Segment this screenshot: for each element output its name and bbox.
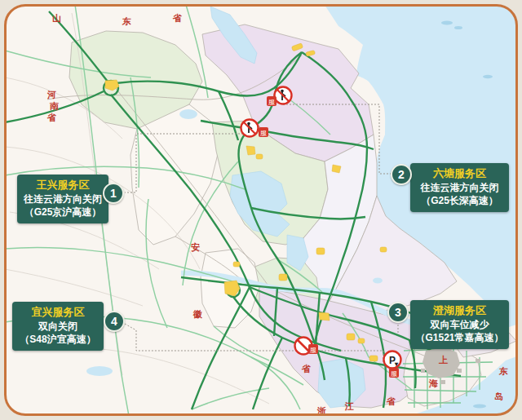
svg-text:服: 服 (268, 99, 275, 106)
parking-reduced-icon: P ▾ (384, 351, 401, 369)
callout-status: 往连云港方向关闭 (414, 181, 506, 194)
closure-icon-wangxing (241, 120, 259, 137)
badge-number: 1 (110, 187, 117, 200)
callout-badge-2: 2 (391, 164, 412, 185)
callout-badge-4: 4 (104, 311, 125, 332)
svg-text:服: 服 (260, 130, 267, 137)
callout-road: （G1521常嘉高速） (414, 331, 506, 344)
service-area-marker: 服 (267, 96, 276, 106)
callout-status: 双向车位减少 (414, 318, 506, 331)
callout-wangxing-service-area: 王兴服务区 往连云港方向关闭 （G25京沪高速） (17, 175, 108, 223)
province-label: 安 (191, 242, 200, 252)
callout-road: （S48沪宜高速） (15, 333, 100, 346)
province-label: 省 (172, 13, 182, 23)
callout-road: （G25京沪高速） (20, 206, 105, 219)
sea-label: 东 (498, 366, 508, 376)
callout-liutang-service-area: 六塘服务区 往连云港方向关闭 （G25长深高速） (410, 163, 509, 212)
callout-title: 王兴服务区 (20, 179, 105, 192)
callout-yixing-service-area: 宜兴服务区 双向关闭 （S48沪宜高速） (12, 302, 104, 351)
callout-title: 宜兴服务区 (15, 306, 100, 320)
city-label: 海 (428, 378, 438, 388)
province-label: 南 (49, 101, 59, 111)
callout-status: 双向关闭 (15, 320, 100, 333)
badge-number: 3 (395, 306, 401, 319)
svg-text:服: 服 (310, 347, 316, 354)
badge-number: 2 (398, 168, 405, 181)
traffic-map-page: P ▾ 服 服 服 服 (0, 0, 522, 420)
callout-title: 澄湖服务区 (414, 304, 506, 318)
callout-status: 往连云港方向关闭 (20, 192, 105, 206)
province-label: 河 (46, 90, 56, 99)
callout-road: （G25长深高速） (414, 194, 506, 207)
callout-badge-3: 3 (387, 302, 409, 323)
province-label: 浙 (316, 406, 326, 416)
service-area-marker: 服 (308, 344, 318, 354)
province-label: 省 (386, 396, 396, 406)
province-label: 山 (52, 13, 61, 23)
service-area-marker: 服 (259, 127, 268, 137)
badge-number: 4 (111, 315, 117, 328)
closure-icon-liutang (275, 87, 292, 104)
province-label: 省 (301, 364, 311, 374)
svg-text:服: 服 (391, 370, 397, 378)
luoma-lake (179, 109, 197, 119)
province-label: 江 (344, 401, 354, 411)
service-area-marker: 服 (389, 368, 399, 378)
province-label: 徽 (192, 309, 203, 319)
island-label: 岛 (494, 391, 503, 401)
city-label: 上 (438, 355, 448, 365)
province-label: 省 (46, 113, 56, 122)
province-label: 东 (122, 16, 131, 26)
callout-badge-1: 1 (103, 183, 124, 204)
callout-title: 六塘服务区 (414, 167, 506, 181)
callout-chenghu-service-area: 澄湖服务区 双向车位减少 （G1521常嘉高速） (410, 300, 509, 349)
